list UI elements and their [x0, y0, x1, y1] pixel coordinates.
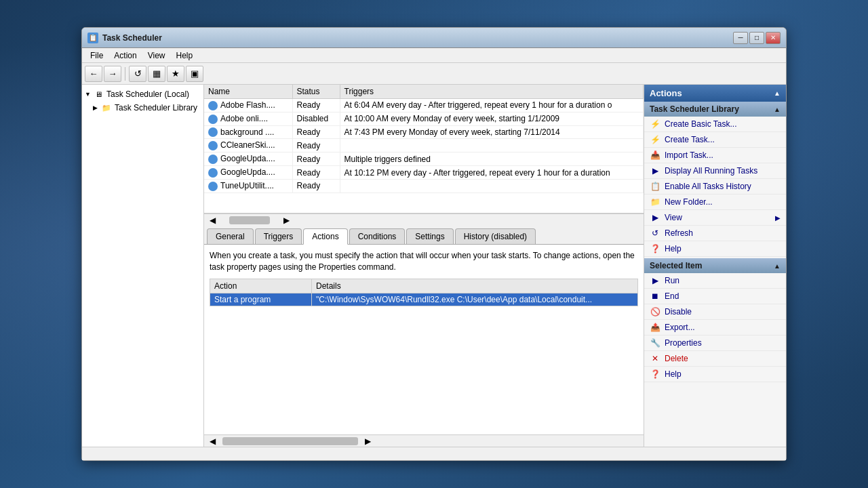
task-row[interactable]: CCleanerSki.... Ready — [204, 139, 644, 152]
selected-action-item[interactable]: ❓ Help — [644, 367, 786, 382]
action-item-label: Refresh — [665, 228, 693, 238]
library-action-item[interactable]: ❓ Help — [644, 241, 786, 257]
tab-triggers[interactable]: Triggers — [255, 228, 302, 244]
selected-item-label: Run — [665, 276, 679, 285]
library-action-item[interactable]: ↺ Refresh — [644, 226, 786, 241]
task-icon — [208, 155, 218, 164]
task-row[interactable]: GoogleUpda.... Ready At 10:12 PM every d… — [204, 166, 644, 180]
tree-icon-library: 📁 — [101, 102, 112, 113]
task-triggers: At 10:00 AM every Monday of every week, … — [340, 112, 644, 125]
toolbar-view-button[interactable]: ▦ — [148, 66, 165, 82]
task-row[interactable]: GoogleUpda.... Ready Multiple triggers d… — [204, 152, 644, 166]
selected-action-item[interactable]: 🔧 Properties — [644, 336, 786, 351]
action-item-label: Display All Running Tasks — [665, 166, 757, 176]
selected-action-item[interactable]: ⏹ End — [644, 289, 786, 304]
tree-label-local: Task Scheduler (Local) — [106, 89, 189, 99]
actions-hscroll[interactable]: ◀ ▶ — [204, 434, 644, 447]
toolbar-fav-button[interactable]: ★ — [167, 66, 184, 82]
section-library-collapse[interactable]: ▲ — [774, 106, 781, 113]
action-item-icon: ⚡ — [650, 119, 660, 129]
right-panel-header: Actions ▲ — [644, 85, 786, 102]
tab-actions[interactable]: Actions — [303, 228, 347, 245]
section-selected-collapse[interactable]: ▲ — [774, 262, 781, 270]
col-status[interactable]: Status — [292, 85, 340, 99]
task-list[interactable]: Name Status Triggers Adobe Flash.... Rea… — [204, 85, 644, 214]
selected-action-item[interactable]: ✕ Delete — [644, 351, 786, 367]
selected-item-label: Export... — [665, 323, 695, 332]
action-item-icon: 📥 — [650, 150, 660, 161]
minimize-button[interactable]: ─ — [733, 32, 748, 44]
library-items: ⚡ Create Basic Task... ⚡ Create Task... … — [644, 117, 786, 257]
toolbar-extra-button[interactable]: ▣ — [186, 66, 203, 82]
selected-action-item[interactable]: ▶ Run — [644, 273, 786, 289]
task-row[interactable]: Adobe Flash.... Ready At 6:04 AM every d… — [204, 99, 644, 113]
selected-item-label: Properties — [665, 338, 702, 348]
library-action-item[interactable]: 📥 Import Task... — [644, 148, 786, 163]
bottom-panel: General Triggers Actions Conditions Sett… — [204, 226, 644, 447]
task-name: background .... — [204, 125, 292, 139]
selected-action-item[interactable]: 📤 Export... — [644, 320, 786, 336]
toolbar-back-button[interactable]: ← — [85, 66, 102, 82]
task-status: Disabled — [292, 112, 340, 125]
hscroll-bar[interactable] — [229, 216, 270, 224]
actions-hscroll-bar[interactable] — [222, 437, 358, 445]
actions-col-action[interactable]: Action — [210, 279, 312, 293]
tree-item-library[interactable]: ▶ 📁 Task Scheduler Library — [82, 101, 203, 115]
menu-help[interactable]: Help — [171, 49, 199, 62]
task-icon — [208, 101, 218, 110]
task-icon — [208, 115, 218, 124]
task-name: GoogleUpda.... — [204, 166, 292, 180]
task-triggers — [340, 179, 644, 192]
task-name: Adobe Flash.... — [204, 99, 292, 113]
col-name[interactable]: Name — [204, 85, 292, 99]
menu-action[interactable]: Action — [108, 49, 142, 62]
task-triggers — [340, 139, 644, 152]
section-selected-item[interactable]: Selected Item ▲ — [644, 258, 786, 273]
task-triggers: At 7:43 PM every Monday of every week, s… — [340, 125, 644, 139]
task-row[interactable]: Adobe onli.... Disabled At 10:00 AM ever… — [204, 112, 644, 125]
task-row[interactable]: background .... Ready At 7:43 PM every M… — [204, 125, 644, 139]
restore-button[interactable]: □ — [749, 32, 764, 44]
task-row[interactable]: TuneUpUtilit.... Ready — [204, 179, 644, 192]
task-status: Ready — [292, 99, 340, 113]
toolbar-forward-button[interactable]: → — [104, 66, 121, 82]
status-bar — [82, 447, 786, 460]
action-item-label: Create Task... — [665, 135, 715, 144]
selected-item-label: Delete — [665, 354, 688, 363]
actions-col-details[interactable]: Details — [312, 279, 638, 293]
task-triggers: At 6:04 AM every day - After triggered, … — [340, 99, 644, 113]
tab-settings[interactable]: Settings — [406, 228, 453, 244]
section-library[interactable]: Task Scheduler Library ▲ — [644, 102, 786, 117]
menu-view[interactable]: View — [142, 49, 171, 62]
action-item-icon: 📁 — [650, 197, 660, 207]
task-list-hscroll[interactable]: ◀ ▶ — [204, 214, 644, 226]
toolbar-refresh-button[interactable]: ↺ — [129, 66, 146, 82]
selected-item-label: Disable — [665, 307, 692, 317]
actions-row[interactable]: Start a program "C:\Window\SysWOW64\Rund… — [210, 293, 638, 306]
library-action-item[interactable]: ▶ Display All Running Tasks — [644, 163, 786, 179]
menu-file[interactable]: File — [85, 49, 108, 62]
tab-conditions[interactable]: Conditions — [349, 228, 406, 244]
close-button[interactable]: ✕ — [766, 32, 781, 44]
action-details: "C:\Window\SysWOW64\Rundll32.exe C:\User… — [312, 293, 638, 306]
toolbar-separator-1 — [125, 67, 125, 81]
library-action-item[interactable]: ⚡ Create Task... — [644, 132, 786, 148]
action-item-icon: ⚡ — [650, 134, 660, 145]
col-triggers[interactable]: Triggers — [340, 85, 644, 99]
action-item-label: Create Basic Task... — [665, 119, 737, 129]
center-panel: Name Status Triggers Adobe Flash.... Rea… — [204, 85, 644, 447]
header-collapse[interactable]: ▲ — [774, 89, 781, 97]
right-panel: Actions ▲ Task Scheduler Library ▲ ⚡ Cre… — [644, 85, 786, 447]
library-action-item[interactable]: ⚡ Create Basic Task... — [644, 117, 786, 132]
selected-action-item[interactable]: 🚫 Disable — [644, 304, 786, 320]
selected-item-label: End — [665, 291, 679, 301]
library-action-item[interactable]: 📁 New Folder... — [644, 195, 786, 210]
task-status: Ready — [292, 166, 340, 180]
tab-history[interactable]: History (disabled) — [455, 228, 536, 244]
action-item-label: Help — [665, 244, 682, 253]
tree-item-local[interactable]: ▼ 🖥 Task Scheduler (Local) — [82, 87, 203, 101]
library-action-item[interactable]: 📋 Enable All Tasks History — [644, 179, 786, 195]
task-name: CCleanerSki.... — [204, 139, 292, 152]
library-action-item[interactable]: ▶ View ▶ — [644, 210, 786, 226]
tab-general[interactable]: General — [207, 228, 254, 244]
